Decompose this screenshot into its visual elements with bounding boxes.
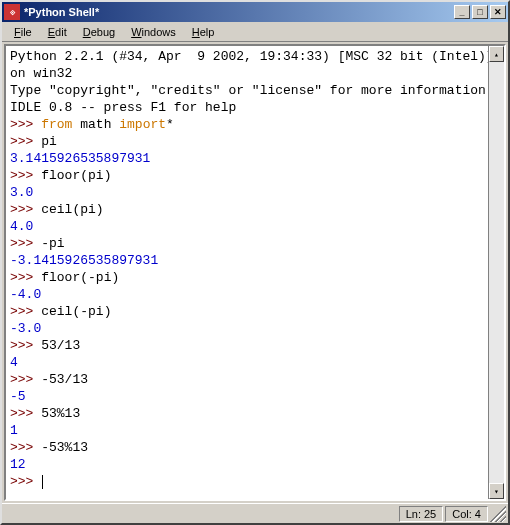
menu-debug[interactable]: Debug xyxy=(75,24,123,40)
text-cursor xyxy=(42,475,43,489)
minimize-button[interactable]: _ xyxy=(454,5,470,19)
output: 4.0 xyxy=(10,219,33,234)
output: -3.0 xyxy=(10,321,41,336)
banner-text: Python 2.2.1 (#34, Apr 9 2002, 19:34:33)… xyxy=(10,49,502,81)
content-wrap: Python 2.2.1 (#34, Apr 9 2002, 19:34:33)… xyxy=(2,42,508,503)
banner-text: IDLE 0.8 -- press F1 for help xyxy=(10,100,236,115)
code: 53/13 xyxy=(41,338,80,353)
prompt: >>> xyxy=(10,474,41,489)
prompt: >>> xyxy=(10,117,41,132)
app-window: ⟐ *Python Shell* _ □ ✕ File Edit Debug W… xyxy=(0,0,510,525)
prompt: >>> xyxy=(10,236,41,251)
prompt: >>> xyxy=(10,372,41,387)
scroll-down-icon[interactable]: ▾ xyxy=(489,483,504,499)
scrollbar[interactable]: ▴ ▾ xyxy=(488,46,504,499)
code: * xyxy=(166,117,174,132)
output: 12 xyxy=(10,457,26,472)
close-button[interactable]: ✕ xyxy=(490,5,506,19)
menu-edit[interactable]: Edit xyxy=(40,24,75,40)
prompt: >>> xyxy=(10,338,41,353)
scroll-up-icon[interactable]: ▴ xyxy=(489,46,504,62)
banner-text: Type "copyright", "credits" or "license"… xyxy=(10,83,494,98)
code: -53/13 xyxy=(41,372,88,387)
prompt: >>> xyxy=(10,168,41,183)
window-title: *Python Shell* xyxy=(24,6,454,18)
code: 53%13 xyxy=(41,406,80,421)
keyword: from xyxy=(41,117,72,132)
output: 3.0 xyxy=(10,185,33,200)
menubar: File Edit Debug Windows Help xyxy=(2,22,508,42)
status-line: Ln: 25 xyxy=(399,506,444,522)
window-controls: _ □ ✕ xyxy=(454,5,506,19)
titlebar: ⟐ *Python Shell* _ □ ✕ xyxy=(2,2,508,22)
code: ceil(pi) xyxy=(41,202,103,217)
prompt: >>> xyxy=(10,202,41,217)
prompt: >>> xyxy=(10,440,41,455)
prompt: >>> xyxy=(10,304,41,319)
code: floor(-pi) xyxy=(41,270,119,285)
statusbar: Ln: 25 Col: 4 xyxy=(2,503,508,523)
code: pi xyxy=(41,134,57,149)
shell-area[interactable]: Python 2.2.1 (#34, Apr 9 2002, 19:34:33)… xyxy=(4,44,506,501)
menu-windows[interactable]: Windows xyxy=(123,24,184,40)
prompt: >>> xyxy=(10,406,41,421)
code: ceil(-pi) xyxy=(41,304,111,319)
code: floor(pi) xyxy=(41,168,111,183)
output: -3.1415926535897931 xyxy=(10,253,158,268)
app-icon: ⟐ xyxy=(4,4,20,20)
resize-grip[interactable] xyxy=(490,506,506,522)
output: 1 xyxy=(10,423,18,438)
module: math xyxy=(72,117,119,132)
menu-help[interactable]: Help xyxy=(184,24,223,40)
code: -53%13 xyxy=(41,440,88,455)
menu-file[interactable]: File xyxy=(6,24,40,40)
keyword: import xyxy=(119,117,166,132)
output: 4 xyxy=(10,355,18,370)
prompt: >>> xyxy=(10,134,41,149)
output: -4.0 xyxy=(10,287,41,302)
status-col: Col: 4 xyxy=(445,506,488,522)
prompt: >>> xyxy=(10,270,41,285)
maximize-button[interactable]: □ xyxy=(472,5,488,19)
scroll-track[interactable] xyxy=(489,62,504,483)
code: -pi xyxy=(41,236,64,251)
output: -5 xyxy=(10,389,26,404)
output: 3.1415926535897931 xyxy=(10,151,150,166)
